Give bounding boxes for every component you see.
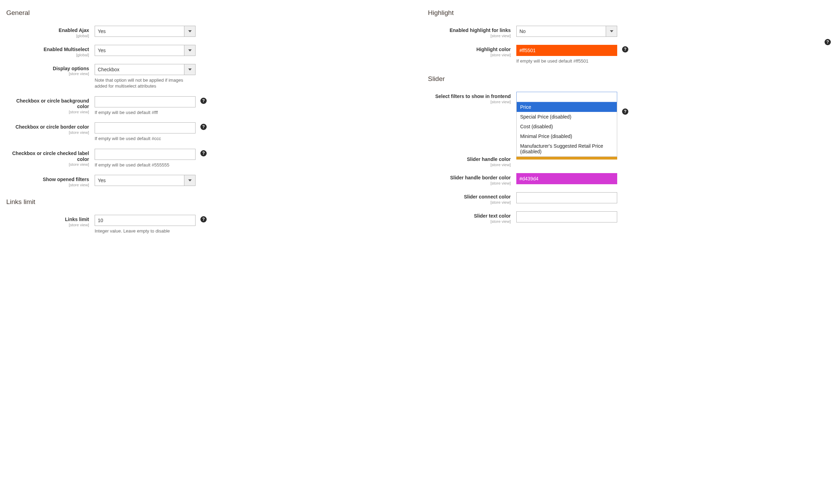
input-bg-color[interactable]	[95, 96, 196, 107]
field-show-opened: Show opened filters [store view] Yes	[6, 175, 407, 187]
scope-store-view: [store view]	[434, 53, 511, 57]
note-border-color: If empty will be used default #ccc	[95, 136, 196, 142]
note-bg-color: If empty will be used default #fff	[95, 109, 196, 116]
field-bg-color: Checkbox or circle background color [sto…	[6, 96, 407, 116]
chevron-down-icon[interactable]	[184, 26, 195, 36]
field-border-color: Checkbox or circle border color [store v…	[6, 122, 407, 142]
label-slider-connect-color: Slider connect color	[464, 194, 511, 200]
input-checked-label-color[interactable]	[95, 149, 196, 160]
help-icon[interactable]: ?	[200, 124, 207, 130]
label-enabled-highlight: Enabled highlight for links	[450, 27, 511, 33]
help-icon[interactable]: ?	[825, 39, 831, 45]
label-enabled-multiselect: Enabled Multiselect	[43, 47, 89, 52]
section-title-general: General	[6, 9, 407, 17]
label-links-limit: Links limit	[65, 217, 89, 222]
left-column: General Enabled Ajax [global] Yes Enable…	[6, 7, 407, 241]
filter-option[interactable]: Minimal Price (disabled)	[517, 131, 617, 141]
field-links-limit: Links limit [store view] ? Integer value…	[6, 215, 407, 234]
input-links-limit[interactable]	[95, 215, 196, 226]
filter-option[interactable]: Manufacturer's Suggested Retail Price (d…	[517, 141, 617, 156]
label-highlight-color: Highlight color	[476, 47, 511, 52]
select-enabled-highlight[interactable]: No	[516, 26, 617, 37]
note-display-options: Note that option will not be applied if …	[95, 77, 196, 89]
filter-option[interactable]: Cost (disabled)	[517, 122, 617, 131]
field-slider-handle-border-color: Slider handle border color [store view] …	[428, 173, 829, 185]
select-display-options[interactable]: Checkbox	[95, 64, 196, 75]
scope-store-view: [store view]	[12, 130, 89, 135]
scope-store-view: [store view]	[434, 200, 511, 204]
label-enabled-ajax: Enabled Ajax	[59, 27, 89, 33]
scope-store-view: [store view]	[434, 219, 511, 223]
scope-store-view: [store view]	[434, 181, 511, 185]
note-highlight-color: If empty will be used default #ff5501	[516, 58, 617, 64]
input-slider-text-color[interactable]	[516, 211, 617, 222]
scope-store-view: [store view]	[12, 223, 89, 227]
chevron-down-icon[interactable]	[184, 45, 195, 56]
scope-global: [global]	[12, 53, 89, 57]
label-show-opened: Show opened filters	[43, 177, 89, 182]
select-show-opened[interactable]: Yes	[95, 175, 196, 186]
input-highlight-color[interactable]: #ff5501	[516, 45, 617, 56]
filter-option[interactable]: Special Price (disabled)	[517, 112, 617, 122]
right-column: Highlight Enabled highlight for links [s…	[428, 7, 829, 241]
section-title-links-limit: Links limit	[6, 198, 407, 206]
scope-global: [global]	[12, 34, 89, 38]
field-highlight-color: Highlight color [store view] #ff5501 ? I…	[428, 45, 829, 64]
help-icon[interactable]: ?	[200, 98, 207, 104]
chevron-down-icon[interactable]	[184, 64, 195, 75]
help-icon[interactable]: ?	[200, 216, 207, 222]
field-select-filters: Select filters to show in frontend [stor…	[428, 92, 829, 160]
scope-store-view: [store view]	[434, 163, 511, 167]
label-border-color: Checkbox or circle border color	[15, 124, 89, 130]
section-title-slider: Slider	[428, 75, 829, 83]
scope-store-view: [store view]	[434, 34, 511, 38]
chevron-down-icon[interactable]	[606, 26, 617, 36]
field-checked-label-color: Checkbox or circle checked label color […	[6, 149, 407, 168]
label-bg-color: Checkbox or circle background color	[16, 98, 89, 109]
note-links-limit: Integer value. Leave empty to disable	[95, 228, 196, 234]
select-enabled-multiselect[interactable]: Yes	[95, 45, 196, 56]
field-enabled-multiselect: Enabled Multiselect [global] Yes	[6, 45, 407, 57]
multiselect-filters-input[interactable]	[516, 92, 617, 102]
scope-store-view: [store view]	[434, 100, 511, 104]
input-slider-handle-border-color[interactable]: #d439d4	[516, 173, 617, 184]
label-checked-label-color: Checkbox or circle checked label color	[12, 151, 89, 162]
field-display-options: Display options [store view] Checkbox No…	[6, 64, 407, 89]
select-enabled-ajax[interactable]: Yes	[95, 26, 196, 37]
help-icon[interactable]: ?	[622, 46, 628, 52]
slider-handle-color-swatch	[516, 157, 617, 160]
scope-store-view: [store view]	[12, 183, 89, 187]
label-slider-handle-color: Slider handle color	[467, 156, 511, 162]
multiselect-filters-dropdown: Price Special Price (disabled) Cost (dis…	[516, 102, 617, 157]
scope-store-view: [store view]	[12, 162, 89, 166]
scope-store-view: [store view]	[12, 72, 89, 76]
scope-store-view: [store view]	[12, 110, 89, 114]
filter-option[interactable]: Price	[517, 102, 617, 112]
section-title-highlight: Highlight	[428, 9, 829, 17]
note-checked-label-color: If empty will be used default #555555	[95, 162, 196, 168]
label-select-filters: Select filters to show in frontend	[435, 94, 511, 99]
input-slider-connect-color[interactable]	[516, 192, 617, 203]
help-icon[interactable]: ?	[200, 150, 207, 156]
chevron-down-icon[interactable]	[184, 175, 195, 186]
field-enabled-ajax: Enabled Ajax [global] Yes	[6, 26, 407, 38]
input-border-color[interactable]	[95, 122, 196, 133]
field-slider-connect-color: Slider connect color [store view]	[428, 192, 829, 204]
label-slider-text-color: Slider text color	[474, 213, 511, 219]
label-display-options: Display options	[53, 66, 89, 71]
help-icon[interactable]: ?	[622, 108, 628, 115]
field-slider-text-color: Slider text color [store view]	[428, 211, 829, 223]
field-enabled-highlight: Enabled highlight for links [store view]…	[428, 26, 829, 38]
label-slider-handle-border-color: Slider handle border color	[450, 175, 511, 180]
